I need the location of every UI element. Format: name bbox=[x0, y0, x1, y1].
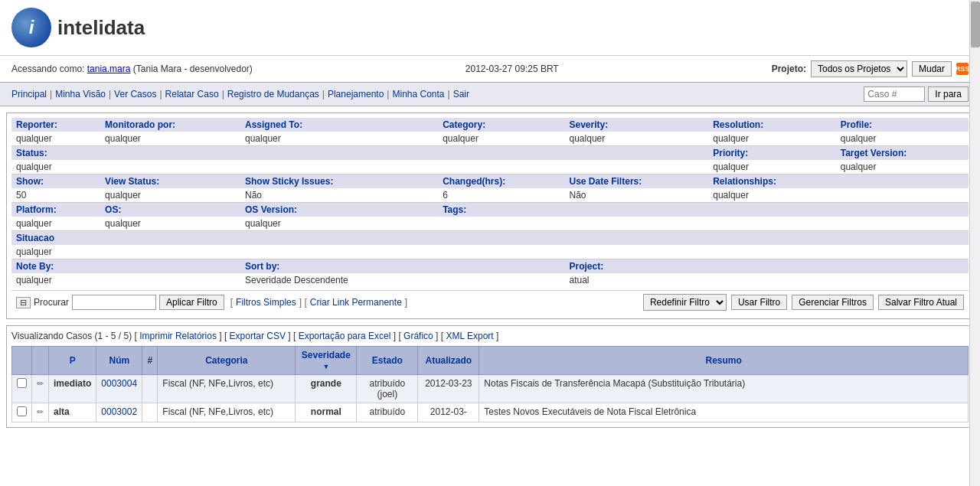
edit-pencil-icon[interactable]: ✏ bbox=[37, 407, 44, 416]
category-filter-link[interactable]: Category: bbox=[443, 119, 485, 130]
row-state: atribuído(joel) bbox=[357, 375, 418, 403]
col-priority-link[interactable]: P bbox=[70, 355, 76, 366]
platform-filter-link[interactable]: Platform: bbox=[16, 204, 57, 215]
nav-planejamento[interactable]: Planejamento bbox=[328, 89, 384, 99]
caso-input[interactable] bbox=[864, 86, 925, 102]
logo-area: i intelidata bbox=[11, 8, 145, 47]
filter-row-2-values: qualquer qualquer qualquer bbox=[11, 160, 969, 175]
row-checkbox[interactable] bbox=[17, 378, 27, 388]
row-state: atribuído bbox=[357, 403, 418, 422]
scrollbar[interactable] bbox=[969, 0, 980, 434]
use-date-value: Não bbox=[565, 188, 709, 203]
filter-links: [ Filtros Simples ] [ Criar Link Permane… bbox=[230, 297, 407, 308]
note-by-filter-link[interactable]: Note By: bbox=[16, 261, 54, 272]
monitorado-filter-link[interactable]: Monitorado por: bbox=[105, 119, 175, 130]
imprimir-link[interactable]: Imprimir Relatórios bbox=[139, 331, 217, 341]
cases-header: Visualizando Casos (1 - 5 / 5) [ Imprimi… bbox=[11, 331, 969, 341]
col-severidade-link[interactable]: Severidade ▼ bbox=[302, 350, 351, 371]
sort-by-filter-link[interactable]: Sort by: bbox=[245, 261, 279, 272]
nav-minha-conta[interactable]: Minha Conta bbox=[392, 89, 444, 99]
status-filter-link[interactable]: Status: bbox=[16, 148, 47, 158]
project-filter-link[interactable]: Project: bbox=[570, 261, 604, 272]
show-sticky-filter-link[interactable]: Show Sticky Issues: bbox=[245, 176, 333, 187]
username-link[interactable]: tania.mara bbox=[87, 64, 131, 74]
usar-filtro-button[interactable]: Usar Filtro bbox=[731, 295, 787, 310]
salvar-filtro-button[interactable]: Salvar Filtro Atual bbox=[878, 295, 964, 310]
nav-sair[interactable]: Sair bbox=[453, 89, 469, 99]
assigned-value: qualquer bbox=[240, 132, 438, 146]
criar-link-link[interactable]: Criar Link Permanente bbox=[310, 297, 402, 308]
nav-principal[interactable]: Principal bbox=[11, 89, 47, 99]
col-estado-link[interactable]: Estado bbox=[372, 355, 403, 366]
filter-actions: Redefinir Filtro Usar Filtro Gerenciar F… bbox=[643, 294, 964, 311]
tags-filter-link[interactable]: Tags: bbox=[443, 204, 466, 215]
rss-icon[interactable]: RSS bbox=[956, 63, 969, 75]
assigned-filter-link[interactable]: Assigned To: bbox=[245, 119, 302, 130]
resolution-value: qualquer bbox=[708, 132, 836, 146]
reporter-filter-link[interactable]: Reporter: bbox=[16, 119, 57, 130]
col-severidade: Severidade ▼ bbox=[296, 347, 357, 375]
row-checkbox[interactable] bbox=[17, 406, 27, 416]
ir-para-button[interactable]: Ir para bbox=[928, 86, 969, 102]
filter-area: Reporter: Monitorado por: Assigned To: C… bbox=[6, 113, 974, 319]
filter-row-4-headers: Platform: OS: OS Version: Tags: bbox=[11, 203, 969, 217]
case-num-link[interactable]: 0003002 bbox=[101, 406, 137, 417]
gerenciar-filtros-button[interactable]: Gerenciar Filtros bbox=[792, 295, 874, 310]
row-updated: 2012-03- bbox=[418, 403, 479, 422]
os-filter-link[interactable]: OS: bbox=[105, 204, 121, 215]
priority-filter-link[interactable]: Priority: bbox=[713, 148, 748, 158]
exportar-csv-link[interactable]: Exportar CSV bbox=[230, 331, 286, 341]
nav-registro-mudancas[interactable]: Registro de Mudanças bbox=[227, 89, 319, 99]
col-num-link[interactable]: Núm bbox=[109, 355, 130, 366]
severity-filter-link[interactable]: Severity: bbox=[570, 119, 609, 130]
col-categoria-link[interactable]: Categoria bbox=[205, 355, 247, 366]
collapse-button[interactable]: ⊟ bbox=[16, 297, 31, 308]
user-fullname: (Tania Mara - desenvolvedor) bbox=[133, 64, 253, 74]
aplicar-filtro-button[interactable]: Aplicar Filtro bbox=[159, 295, 224, 310]
exportar-excel-link[interactable]: Exportação para Excel bbox=[299, 331, 391, 341]
edit-pencil-icon[interactable]: ✏ bbox=[37, 379, 44, 388]
nav-ver-casos[interactable]: Ver Casos bbox=[114, 89, 156, 99]
row-category: Fiscal (NF, NFe,Livros, etc) bbox=[158, 403, 296, 422]
show-filter-link[interactable]: Show: bbox=[16, 176, 44, 187]
note-by-value: qualquer bbox=[11, 273, 100, 287]
filter-row-1-headers: Reporter: Monitorado por: Assigned To: C… bbox=[11, 118, 969, 132]
situacao-filter-link[interactable]: Situacao bbox=[16, 233, 54, 243]
nav-minha-visao[interactable]: Minha Visão bbox=[55, 89, 106, 99]
relationships-filter-link[interactable]: Relationships: bbox=[713, 176, 776, 187]
target-version-filter-link[interactable]: Target Version: bbox=[841, 148, 906, 158]
filter-row-6-headers: Note By: Sort by: Project: bbox=[11, 259, 969, 274]
use-date-filter-link[interactable]: Use Date Filters: bbox=[570, 176, 642, 187]
table-row: ✏ imediato 0003004 Fiscal (NF, NFe,Livro… bbox=[12, 375, 969, 403]
filtros-simples-link[interactable]: Filtros Simples bbox=[236, 297, 296, 308]
relationships-value: qualquer bbox=[708, 188, 836, 203]
case-num-link[interactable]: 0003004 bbox=[101, 378, 137, 389]
nav-relatar-caso[interactable]: Relatar Caso bbox=[165, 89, 219, 99]
changed-hrs-value: 6 bbox=[438, 188, 564, 203]
scrollbar-thumb[interactable] bbox=[971, 2, 980, 47]
col-resumo-link[interactable]: Resumo bbox=[706, 355, 742, 366]
os-version-filter-link[interactable]: OS Version: bbox=[245, 204, 297, 215]
xml-export-link[interactable]: XML Export bbox=[446, 331, 493, 341]
severity-badge: normal bbox=[311, 406, 341, 417]
grafico-link[interactable]: Gráfico bbox=[403, 331, 433, 341]
col-atualizado-link[interactable]: Atualizado bbox=[426, 355, 472, 366]
mudar-button[interactable]: Mudar bbox=[912, 61, 952, 77]
resolution-filter-link[interactable]: Resolution: bbox=[713, 119, 763, 130]
col-estado: Estado bbox=[357, 347, 418, 375]
redefinir-select[interactable]: Redefinir Filtro bbox=[643, 294, 727, 311]
project-select[interactable]: Todos os Projetos bbox=[811, 60, 907, 77]
row-updated: 2012-03-23 bbox=[418, 375, 479, 403]
changed-hrs-filter-link[interactable]: Changed(hrs): bbox=[443, 176, 505, 187]
profile-value: qualquer bbox=[836, 132, 969, 146]
severity-badge: grande bbox=[311, 378, 341, 389]
col-num: Núm bbox=[96, 347, 142, 375]
view-status-filter-link[interactable]: View Status: bbox=[105, 176, 159, 187]
procurar-input[interactable] bbox=[72, 295, 156, 310]
logo-bold: data bbox=[104, 16, 145, 39]
category-value: qualquer bbox=[438, 132, 564, 146]
sort-by-value: Severidade Descendente bbox=[240, 273, 438, 287]
profile-filter-link[interactable]: Profile: bbox=[841, 119, 872, 130]
show-sticky-value: Não bbox=[240, 188, 438, 203]
row-priority: alta bbox=[49, 403, 96, 422]
